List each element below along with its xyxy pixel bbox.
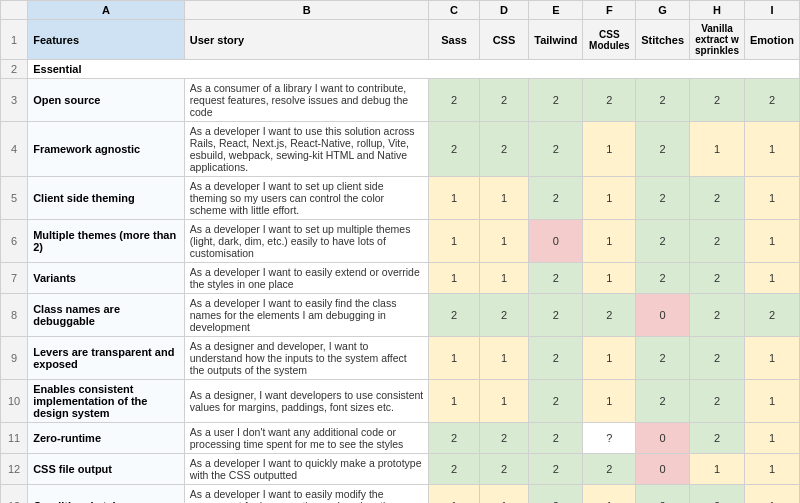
row-num: 8	[1, 294, 28, 337]
cell-i: 1	[744, 220, 799, 263]
cell-c: 2	[429, 79, 479, 122]
cell-c: 1	[429, 485, 479, 504]
row-num: 7	[1, 263, 28, 294]
row-num: 2	[1, 60, 28, 79]
row-num: 6	[1, 220, 28, 263]
feature-name: Variants	[28, 263, 185, 294]
tailwind-header: Tailwind	[529, 20, 583, 60]
cell-c: 2	[429, 294, 479, 337]
cell-f: 1	[583, 485, 636, 504]
feature-name: Client side theming	[28, 177, 185, 220]
emotion-header: Emotion	[744, 20, 799, 60]
table-row: 13 Conditional styles As a developer I w…	[1, 485, 800, 504]
table-row: 7 Variants As a developer I want to easi…	[1, 263, 800, 294]
cell-h: 2	[690, 380, 745, 423]
cell-c: 1	[429, 337, 479, 380]
cell-d: 2	[479, 122, 529, 177]
cell-h: 2	[690, 294, 745, 337]
cell-e: 2	[529, 485, 583, 504]
cell-g: 2	[636, 220, 690, 263]
cell-c: 1	[429, 263, 479, 294]
cell-e: 2	[529, 263, 583, 294]
cell-e: 2	[529, 122, 583, 177]
feature-name: Open source	[28, 79, 185, 122]
sass-header: Sass	[429, 20, 479, 60]
col-c-letter: C	[429, 1, 479, 20]
cell-d: 2	[479, 454, 529, 485]
col-h-letter: H	[690, 1, 745, 20]
cell-g: 2	[636, 380, 690, 423]
user-story: As a designer, I want developers to use …	[184, 380, 429, 423]
row-num: 11	[1, 423, 28, 454]
css-header: CSS	[479, 20, 529, 60]
table-row: 9 Levers are transparent and exposed As …	[1, 337, 800, 380]
css-modules-header: CSS Modules	[583, 20, 636, 60]
cell-h: 2	[690, 177, 745, 220]
user-story: As a consumer of a library I want to con…	[184, 79, 429, 122]
cell-i: 1	[744, 263, 799, 294]
feature-name: Conditional styles	[28, 485, 185, 504]
cell-d: 2	[479, 79, 529, 122]
cell-d: 1	[479, 380, 529, 423]
cell-d: 1	[479, 485, 529, 504]
cell-g: 2	[636, 337, 690, 380]
feature-name: Enables consistent implementation of the…	[28, 380, 185, 423]
cell-d: 1	[479, 263, 529, 294]
cell-i: 2	[744, 294, 799, 337]
cell-e: 2	[529, 380, 583, 423]
cell-h: 1	[690, 454, 745, 485]
cell-g: 2	[636, 263, 690, 294]
section-label: Essential	[28, 60, 800, 79]
cell-h: 2	[690, 423, 745, 454]
features-header: Features	[28, 20, 185, 60]
table-row: 3 Open source As a consumer of a library…	[1, 79, 800, 122]
stitches-header: Stitches	[636, 20, 690, 60]
cell-e: 2	[529, 337, 583, 380]
cell-i: 1	[744, 337, 799, 380]
cell-c: 2	[429, 423, 479, 454]
cell-g: 2	[636, 122, 690, 177]
table-row: 12 CSS file output As a developer I want…	[1, 454, 800, 485]
table-row: 6 Multiple themes (more than 2) As a dev…	[1, 220, 800, 263]
table-row: 11 Zero-runtime As a user I don't want a…	[1, 423, 800, 454]
cell-d: 2	[479, 294, 529, 337]
cell-e: 2	[529, 423, 583, 454]
cell-g: 2	[636, 485, 690, 504]
cell-d: 1	[479, 337, 529, 380]
vanilla-extract-header: Vanilla extract w sprinkles	[690, 20, 745, 60]
cell-d: 2	[479, 423, 529, 454]
cell-f: 1	[583, 220, 636, 263]
cell-g: 2	[636, 177, 690, 220]
cell-f: 2	[583, 454, 636, 485]
cell-h: 2	[690, 337, 745, 380]
user-story: As a designer and developer, I want to u…	[184, 337, 429, 380]
cell-f: 1	[583, 263, 636, 294]
row-num: 9	[1, 337, 28, 380]
cell-i: 1	[744, 485, 799, 504]
feature-name: Levers are transparent and exposed	[28, 337, 185, 380]
cell-e: 2	[529, 177, 583, 220]
cell-h: 1	[690, 122, 745, 177]
cell-c: 2	[429, 122, 479, 177]
cell-f: 1	[583, 380, 636, 423]
row-num: 10	[1, 380, 28, 423]
col-d-letter: D	[479, 1, 529, 20]
cell-i: 1	[744, 122, 799, 177]
cell-i: 1	[744, 177, 799, 220]
cell-c: 1	[429, 177, 479, 220]
table-row: 4 Framework agnostic As a developer I wa…	[1, 122, 800, 177]
cell-e: 2	[529, 79, 583, 122]
cell-d: 1	[479, 177, 529, 220]
cell-i: 2	[744, 79, 799, 122]
cell-h: 2	[690, 220, 745, 263]
cell-f: 2	[583, 79, 636, 122]
row-num-header	[1, 1, 28, 20]
user-story-header: User story	[184, 20, 429, 60]
table-row: 2 Essential	[1, 60, 800, 79]
table-row: 8 Class names are debuggable As a develo…	[1, 294, 800, 337]
cell-e: 2	[529, 454, 583, 485]
cell-i: 1	[744, 380, 799, 423]
cell-h: 2	[690, 79, 745, 122]
row-num: 13	[1, 485, 28, 504]
col-letter-row: A B C D E F G H I	[1, 1, 800, 20]
